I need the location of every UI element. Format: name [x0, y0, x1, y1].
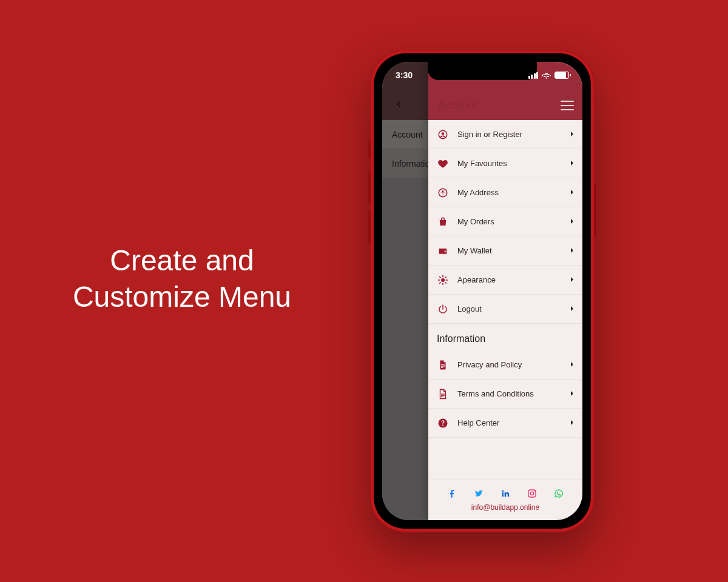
chevron-right-icon: [570, 304, 574, 313]
social-links: [428, 480, 582, 503]
drawer-title: Account: [438, 99, 477, 112]
document-icon: [437, 359, 449, 371]
contact-email[interactable]: info@buildapp.online: [428, 503, 582, 520]
menu-item-label: Privacy and Policy: [457, 360, 522, 369]
power-button: [594, 183, 596, 238]
information-menu-item[interactable]: Terms and Conditions: [428, 380, 582, 409]
phone-frame: 3:30 Account: [370, 50, 595, 532]
menu-item-label: Sign in or Register: [457, 130, 522, 139]
twitter-icon[interactable]: [474, 489, 484, 498]
instagram-icon[interactable]: [527, 489, 537, 498]
account-menu: Sign in or RegisterMy FavouritesMy Addre…: [428, 120, 582, 324]
wifi-icon: [542, 72, 551, 79]
information-section-title: Information: [428, 324, 582, 350]
status-time: 3:30: [396, 70, 413, 80]
menu-item-label: My Orders: [457, 217, 494, 226]
heart-icon: [437, 158, 449, 170]
menu-item-label: My Address: [457, 188, 499, 197]
chevron-right-icon: [570, 159, 574, 168]
headline-line-1: Create and: [110, 244, 254, 276]
chevron-right-icon: [570, 188, 574, 197]
account-menu-item[interactable]: My Orders: [428, 207, 582, 236]
user-icon: [437, 129, 449, 141]
status-bar: 3:30: [382, 62, 582, 89]
chevron-right-icon: [570, 360, 574, 369]
chevron-right-icon: [570, 217, 574, 226]
account-menu-item[interactable]: My Favourites: [428, 149, 582, 178]
menu-item-label: Help Center: [457, 418, 499, 427]
marketing-headline: Create and Customize Menu: [36, 242, 328, 315]
chevron-right-icon: [570, 389, 574, 398]
account-menu-item[interactable]: My Address: [428, 178, 582, 207]
account-menu-item[interactable]: Sign in or Register: [428, 120, 582, 149]
chevron-right-icon: [570, 130, 574, 139]
menu-item-label: Logout: [457, 304, 482, 313]
wallet-icon: [437, 245, 449, 257]
compass-icon: [437, 187, 449, 199]
volume-down-button: [368, 210, 371, 244]
linkedin-icon[interactable]: [500, 489, 510, 498]
bag-icon: [437, 216, 449, 228]
menu-item-label: My Wallet: [457, 246, 492, 255]
phone-screen: 3:30 Account: [382, 62, 582, 520]
chevron-right-icon: [570, 418, 574, 427]
menu-item-label: My Favourites: [457, 159, 507, 168]
hamburger-icon[interactable]: [561, 101, 574, 110]
chevron-right-icon: [570, 275, 574, 284]
account-menu-item[interactable]: Apearance: [428, 266, 582, 295]
information-menu: Privacy and PolicyTerms and ConditionsHe…: [428, 350, 582, 438]
brightness-icon: [437, 274, 449, 286]
account-menu-item[interactable]: Logout: [428, 295, 582, 324]
information-menu-item[interactable]: Privacy and Policy: [428, 350, 582, 380]
facebook-icon[interactable]: [447, 489, 457, 498]
chevron-right-icon: [570, 246, 574, 255]
account-menu-item[interactable]: My Wallet: [428, 236, 582, 266]
power-icon: [437, 303, 449, 315]
battery-icon: [554, 72, 569, 79]
whatsapp-icon[interactable]: [554, 489, 564, 498]
menu-item-label: Apearance: [457, 275, 496, 284]
headline-line-2: Customize Menu: [73, 281, 291, 313]
document-line-icon: [437, 388, 449, 400]
volume-up-button: [368, 171, 371, 204]
mute-switch: [368, 141, 371, 159]
menu-item-label: Terms and Conditions: [457, 389, 534, 398]
cellular-icon: [528, 72, 539, 79]
information-menu-item[interactable]: Help Center: [428, 409, 582, 438]
help-icon: [437, 417, 449, 429]
drawer-panel: Account Sign in or RegisterMy Favourites…: [428, 62, 582, 520]
